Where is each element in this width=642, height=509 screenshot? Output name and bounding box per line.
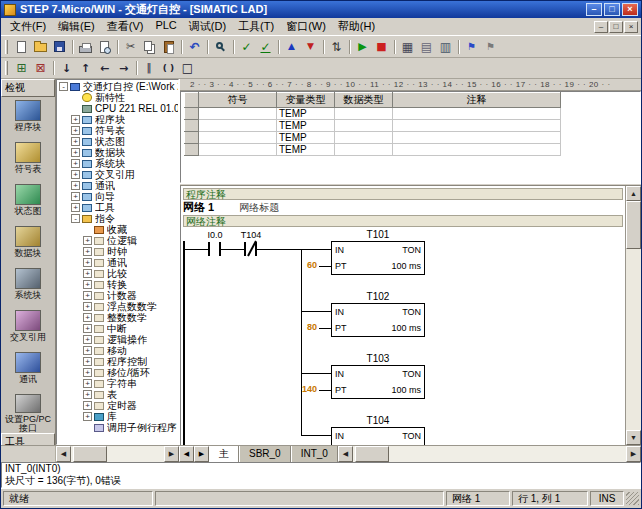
line-down-button[interactable]: ↓ <box>57 59 76 77</box>
close-button[interactable] <box>622 3 638 16</box>
tree-item[interactable]: + 向导 <box>57 191 178 202</box>
tree-expander[interactable]: + <box>83 280 92 289</box>
insert-network-button[interactable]: ⊞ <box>12 59 31 77</box>
vartype-cell[interactable]: TEMP <box>277 144 335 156</box>
copy-button[interactable] <box>140 38 159 56</box>
menu-window[interactable]: 窗口(W) <box>280 18 332 35</box>
network-number[interactable]: 网络 1 <box>183 201 214 213</box>
tree-item[interactable]: 调用子例行程序 <box>57 422 178 433</box>
tree-expander[interactable]: + <box>71 115 80 124</box>
menu-plc[interactable]: PLC <box>149 18 182 35</box>
tree-expander[interactable]: + <box>71 170 80 179</box>
line-up-button[interactable]: ↑ <box>76 59 95 77</box>
child-minimize-button[interactable] <box>594 21 608 33</box>
paste-button[interactable] <box>159 38 178 56</box>
comment-cell[interactable] <box>393 108 561 120</box>
timer-t102[interactable]: T102 IN TON PT 100 ms <box>301 291 501 349</box>
datatype-cell[interactable] <box>335 120 393 132</box>
program-status-button[interactable]: ▦ <box>398 38 417 56</box>
menu-tools[interactable]: 工具(T) <box>232 18 280 35</box>
tree-expander[interactable]: + <box>83 291 92 300</box>
viewbar-header[interactable]: 检视 <box>1 79 55 97</box>
find-button[interactable] <box>211 38 230 56</box>
network-comment[interactable]: 网络注释 <box>183 215 623 227</box>
tree-expander[interactable]: + <box>83 357 92 366</box>
tab-main[interactable]: 主 <box>209 446 239 462</box>
window-resize-grip[interactable] <box>626 492 639 505</box>
toolbar-section-header[interactable]: 工具 <box>1 433 55 445</box>
timer-box-body[interactable]: IN TON PT 100 ms <box>331 365 425 399</box>
tree-scroll-right-button[interactable] <box>164 446 179 462</box>
row-header-cell[interactable] <box>185 120 199 132</box>
tree-expander[interactable]: + <box>83 269 92 278</box>
tree-expander[interactable]: + <box>71 148 80 157</box>
timer-box-body[interactable]: IN TON PT <box>331 427 425 445</box>
compile-all-button[interactable]: ✓ <box>256 38 275 56</box>
tree-item[interactable]: + 字符串 <box>57 378 178 389</box>
editor-scroll-left-button[interactable] <box>338 446 353 462</box>
scroll-up-button[interactable] <box>626 186 641 201</box>
tree-expander[interactable]: + <box>83 247 92 256</box>
tree-expander[interactable]: + <box>71 137 80 146</box>
maximize-button[interactable] <box>604 3 620 16</box>
tree-expander[interactable]: + <box>71 181 80 190</box>
tab-scroll-right-button[interactable] <box>194 446 209 462</box>
print-preview-button[interactable] <box>95 38 114 56</box>
sidebar-item-set-pg-pc[interactable]: 设置PG/PC接口 <box>1 391 55 433</box>
sort-button[interactable]: ⇅ <box>327 38 346 56</box>
datatype-cell[interactable] <box>335 132 393 144</box>
timer-t101[interactable]: T101 IN TON PT 100 ms <box>301 229 501 287</box>
program-comment[interactable]: 程序注释 <box>183 188 623 200</box>
sidebar-item-status-chart[interactable]: 状态图 <box>1 181 55 223</box>
timer-box-body[interactable]: IN TON PT 100 ms <box>331 303 425 337</box>
timer-preset-value[interactable]: 80 <box>277 322 317 332</box>
timer-box-body[interactable]: IN TON PT 100 ms <box>331 241 425 275</box>
tree-expander[interactable]: - <box>71 214 80 223</box>
row-header-cell[interactable] <box>185 144 199 156</box>
network-title[interactable]: 网络标题 <box>239 202 279 213</box>
menu-edit[interactable]: 编辑(E) <box>52 18 101 35</box>
sidebar-item-symbol-table[interactable]: 符号表 <box>1 139 55 181</box>
vartype-cell[interactable]: TEMP <box>277 108 335 120</box>
sidebar-item-data-block[interactable]: 数据块 <box>1 223 55 265</box>
upload-button[interactable]: ▲ <box>282 38 301 56</box>
insert-box-button[interactable]: □ <box>178 59 197 77</box>
vartype-cell[interactable]: TEMP <box>277 120 335 132</box>
tree-expander[interactable]: + <box>83 236 92 245</box>
delete-network-button[interactable]: ⊠ <box>31 59 50 77</box>
sidebar-item-cross-reference[interactable]: 交叉引用 <box>1 307 55 349</box>
next-bookmark-button[interactable]: ⚑ <box>481 38 500 56</box>
tree-expander[interactable]: + <box>71 126 80 135</box>
editor-scroll-right-button[interactable] <box>626 446 641 462</box>
vartype-cell[interactable]: TEMP <box>277 132 335 144</box>
trend-chart-button[interactable]: ▥ <box>436 38 455 56</box>
tree-expander[interactable]: + <box>83 346 92 355</box>
download-button[interactable]: ▼ <box>301 38 320 56</box>
timer-t104[interactable]: T104 IN TON PT <box>301 415 501 445</box>
symbol-cell[interactable] <box>199 144 277 156</box>
datatype-cell[interactable] <box>335 144 393 156</box>
tree-item[interactable]: + 通讯 <box>57 180 178 191</box>
insert-contact-button[interactable]: ‖ <box>140 59 159 77</box>
vertical-scrollbar[interactable] <box>625 186 641 445</box>
tree-expander[interactable]: + <box>83 324 92 333</box>
menu-debug[interactable]: 调试(D) <box>183 18 232 35</box>
undo-button[interactable]: ↶ <box>185 38 204 56</box>
tree-horizontal-scrollbar[interactable] <box>56 446 179 462</box>
tree-expander[interactable]: + <box>83 368 92 377</box>
comment-cell[interactable] <box>393 132 561 144</box>
tree-scrollbar-track[interactable] <box>71 446 164 462</box>
menu-help[interactable]: 帮助(H) <box>332 18 381 35</box>
insert-coil-button[interactable]: ( ) <box>159 59 178 77</box>
print-button[interactable] <box>76 38 95 56</box>
tree-expander[interactable]: + <box>71 192 80 201</box>
compile-button[interactable]: ✓ <box>237 38 256 56</box>
menu-file[interactable]: 文件(F) <box>4 18 52 35</box>
comment-cell[interactable] <box>393 120 561 132</box>
tree-expander[interactable]: + <box>83 313 92 322</box>
cut-button[interactable]: ✂ <box>121 38 140 56</box>
tree-expander[interactable]: - <box>59 82 68 91</box>
scroll-down-button[interactable] <box>626 430 641 445</box>
tree-item[interactable]: + 定时器 <box>57 400 178 411</box>
comment-cell[interactable] <box>393 144 561 156</box>
